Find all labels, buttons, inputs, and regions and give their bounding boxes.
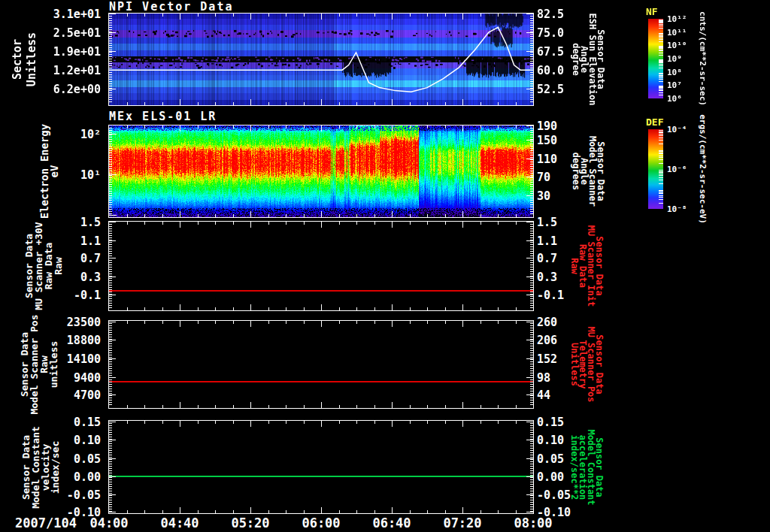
axis-tick	[530, 150, 533, 151]
axis-tick	[530, 213, 533, 214]
axis-tick	[109, 95, 112, 95]
axis-tick	[530, 473, 533, 473]
axis-tick	[516, 214, 517, 217]
axis-tick	[198, 321, 199, 324]
axis-tick	[530, 235, 533, 236]
axis-tick	[109, 184, 112, 185]
axis-tick	[144, 102, 145, 105]
axis-tick	[268, 222, 269, 225]
axis-tick	[530, 29, 533, 30]
colorbar-minor-tick	[659, 33, 663, 34]
axis-major-tick	[526, 240, 533, 241]
y-tick-label: 98	[537, 371, 550, 385]
axis-tick	[530, 359, 533, 360]
axis-tick	[530, 231, 533, 231]
axis-tick	[109, 504, 112, 505]
axis-tick	[109, 391, 112, 391]
axis-tick	[374, 222, 375, 225]
axis-tick	[374, 307, 375, 310]
y-tick-label: 3.1e+01	[53, 8, 101, 21]
axis-tick	[530, 97, 533, 98]
axis-tick	[109, 301, 112, 301]
y-tick-label: 23500	[67, 316, 101, 329]
axis-major-tick	[526, 159, 533, 159]
axis-tick	[233, 405, 234, 408]
axis-major-tick	[109, 51, 116, 52]
colorbar-tick-label: 10⁻⁸	[667, 204, 687, 214]
y-tick-label: 152	[537, 352, 557, 366]
axis-tick	[530, 137, 533, 138]
axis-tick	[304, 102, 305, 105]
axis-tick	[268, 214, 269, 217]
axis-tick	[180, 14, 180, 20]
axis-tick	[530, 468, 533, 469]
axis-tick	[109, 477, 112, 478]
axis-tick	[109, 193, 112, 194]
axis-tick	[339, 125, 340, 128]
axis-tick	[109, 54, 112, 55]
colorbar-minor-tick	[659, 86, 663, 86]
colorbar-minor-tick	[659, 65, 663, 66]
axis-tick	[250, 304, 251, 310]
axis-tick	[109, 350, 112, 351]
axis-tick	[427, 307, 428, 310]
axis-tick	[530, 65, 533, 66]
axis-tick	[530, 177, 533, 178]
axis-tick	[109, 361, 112, 362]
axis-tick	[109, 34, 112, 35]
axis-tick	[530, 350, 533, 351]
axis-tick	[109, 506, 112, 507]
axis-tick	[109, 475, 112, 476]
left-axis-label-model-scanner-pos: Sensor DataModel Scanner PosRawunitless	[20, 314, 59, 414]
axis-tick	[109, 423, 112, 424]
axis-tick	[530, 182, 533, 183]
axis-tick	[374, 321, 375, 324]
axis-tick	[530, 168, 533, 169]
axis-tick	[530, 285, 533, 286]
axis-tick	[530, 289, 533, 290]
axis-major-tick	[109, 32, 116, 33]
right-axis-label-els: Sensor DataModel ScannerAngledegrees	[571, 136, 605, 207]
colorbar-minor-tick	[659, 153, 663, 153]
axis-tick	[321, 211, 322, 217]
axis-tick	[162, 102, 163, 105]
axis-tick	[530, 224, 533, 225]
axis-tick	[410, 307, 411, 310]
axis-major-tick	[526, 277, 533, 277]
axis-tick	[109, 393, 112, 394]
colorbar-minor-tick	[659, 190, 663, 191]
axis-tick	[109, 278, 112, 279]
axis-tick	[109, 146, 112, 147]
axis-tick	[109, 99, 112, 100]
axis-tick	[530, 391, 533, 391]
axis-tick	[250, 321, 251, 327]
axis-tick	[462, 222, 463, 228]
axis-label-line: index/sec**2	[570, 429, 578, 505]
colorbar-tick-label: 10⁶	[667, 94, 682, 104]
axis-tick	[530, 355, 533, 355]
axis-tick	[392, 421, 393, 427]
axis-tick	[410, 222, 411, 225]
axis-tick	[144, 510, 145, 513]
colorbar-minor-tick	[659, 170, 663, 171]
axis-tick	[109, 195, 112, 196]
axis-tick	[127, 321, 128, 324]
axis-tick	[127, 405, 128, 408]
axis-tick	[109, 72, 112, 73]
axis-tick	[462, 421, 463, 427]
axis-tick	[144, 321, 145, 324]
axis-tick	[356, 405, 357, 408]
axis-tick	[392, 99, 393, 105]
colorbar-minor-tick	[659, 130, 663, 131]
colorbar-minor-tick	[659, 175, 663, 176]
axis-tick	[180, 402, 180, 408]
y-tick-label: 1.5	[80, 216, 101, 229]
axis-major-tick	[526, 458, 533, 459]
colorbar-minor-tick	[659, 74, 663, 74]
axis-tick	[530, 251, 533, 252]
axis-tick	[109, 171, 112, 171]
axis-tick	[215, 102, 216, 105]
y-tick-label: 1.1	[80, 234, 101, 248]
colorbar-minor-tick	[659, 203, 663, 204]
axis-tick	[180, 125, 180, 131]
